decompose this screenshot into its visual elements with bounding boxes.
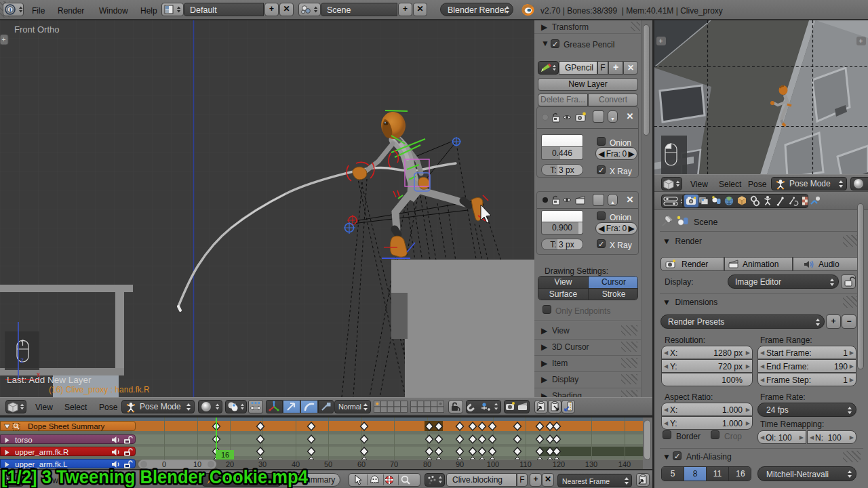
svg-text:(16) Clive_proxy : hand.fk.R: (16) Clive_proxy : hand.fk.R (49, 385, 150, 394)
svg-text:100: 100 (487, 460, 499, 468)
svg-text:+: + (2, 36, 6, 43)
svg-text:110: 110 (519, 460, 532, 468)
svg-text:Last: Add New Layer: Last: Add New Layer (7, 375, 92, 385)
svg-text:140: 140 (618, 460, 631, 468)
svg-text:+: + (659, 37, 663, 45)
svg-text:90: 90 (456, 460, 464, 468)
svg-text:16: 16 (221, 451, 229, 459)
svg-text:+: + (859, 37, 863, 45)
svg-text:Scene: Scene (694, 218, 717, 227)
svg-text:[1/2] 3 Tweening Blender Cooki: [1/2] 3 Tweening Blender Cookie.mp4 (1, 466, 309, 487)
svg-text:Front Ortho: Front Ortho (14, 24, 59, 35)
svg-text:130: 130 (585, 460, 597, 468)
svg-text:120: 120 (553, 460, 565, 468)
svg-text:z: z (20, 357, 24, 364)
svg-text:i: i (9, 7, 11, 13)
